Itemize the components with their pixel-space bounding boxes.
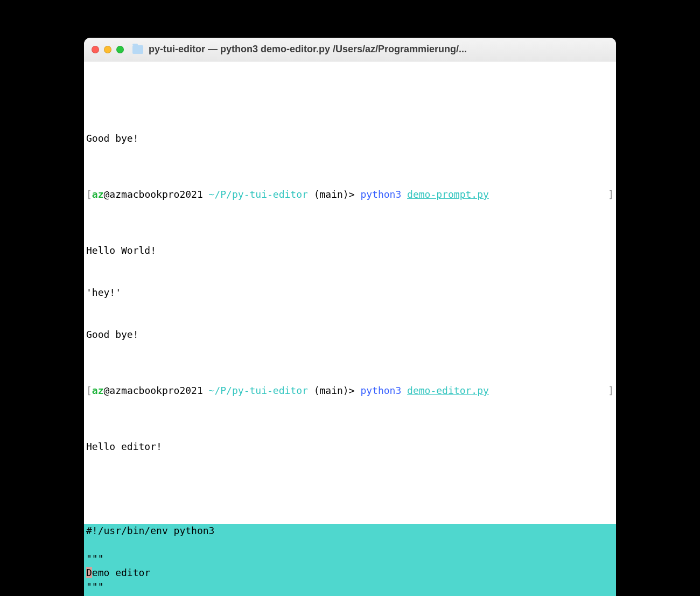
editor-line[interactable]: """ (84, 580, 616, 594)
prompt-command: python3 (360, 385, 407, 396)
editor-line[interactable]: #!/usr/bin/env python3 (84, 524, 616, 538)
prompt-line: [az@azmacbookpro2021 ~/P/py-tui-editor (… (84, 188, 616, 202)
prompt-branch: (main)> (308, 189, 361, 200)
prompt-path: ~/P/py-tui-editor (209, 385, 308, 396)
prompt-host: @azmacbookpro2021 (104, 385, 209, 396)
prompt-command: python3 (360, 189, 407, 200)
output-line: Hello editor! (84, 440, 616, 454)
prompt-close-bracket: ] (608, 188, 614, 202)
output-line: Good bye! (84, 131, 616, 145)
terminal-scrollback: Good bye! [az@azmacbookpro2021 ~/P/py-tu… (84, 103, 616, 482)
prompt-line: [az@azmacbookpro2021 ~/P/py-tui-editor (… (84, 384, 616, 398)
terminal-window: py-tui-editor — python3 demo-editor.py /… (84, 38, 616, 596)
window-controls (92, 46, 124, 53)
prompt-open-bracket: [ (86, 385, 92, 396)
folder-icon (132, 45, 143, 54)
prompt-file-link[interactable]: demo-prompt.py (407, 189, 489, 200)
prompt-open-bracket: [ (86, 189, 92, 200)
prompt-user: az (92, 385, 104, 396)
prompt-user: az (92, 189, 104, 200)
editor-line[interactable] (84, 538, 616, 552)
prompt-branch: (main)> (308, 385, 361, 396)
close-icon[interactable] (92, 46, 99, 53)
prompt-path: ~/P/py-tui-editor (209, 189, 308, 200)
window-title: py-tui-editor — python3 demo-editor.py /… (149, 44, 467, 55)
prompt-host: @azmacbookpro2021 (104, 189, 209, 200)
output-line: 'hey!' (84, 286, 616, 300)
editor-viewport[interactable]: #!/usr/bin/env python3 """Demo editor"""… (84, 524, 616, 596)
output-line: Hello World! (84, 244, 616, 258)
minimize-icon[interactable] (104, 46, 111, 53)
editor-cursor: D (86, 567, 92, 578)
editor-line[interactable]: """ (84, 552, 616, 566)
prompt-file-link[interactable]: demo-editor.py (407, 385, 489, 396)
editor-line[interactable]: Demo editor (84, 566, 616, 580)
fullscreen-icon[interactable] (116, 46, 124, 53)
output-line: Good bye! (84, 328, 616, 342)
editor-line[interactable] (84, 594, 616, 596)
terminal-body[interactable]: Good bye! [az@azmacbookpro2021 ~/P/py-tu… (84, 61, 616, 596)
titlebar[interactable]: py-tui-editor — python3 demo-editor.py /… (84, 38, 616, 61)
prompt-close-bracket: ] (608, 384, 614, 398)
